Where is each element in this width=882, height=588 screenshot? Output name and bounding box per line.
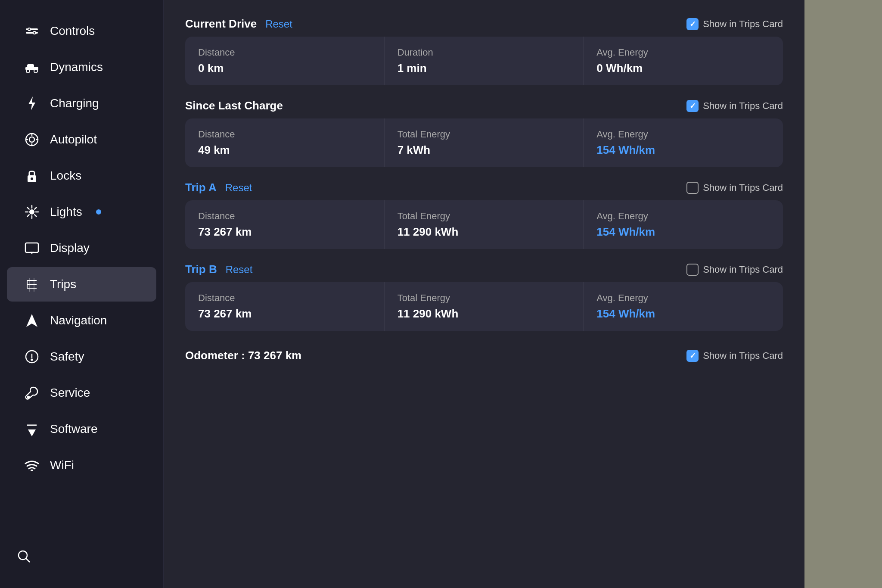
sidebar-item-lights[interactable]: Lights	[7, 195, 156, 229]
sidebar-item-navigation[interactable]: Navigation	[7, 303, 156, 338]
odometer-show-trips: Show in Trips Card	[686, 350, 783, 362]
svg-rect-7	[27, 64, 34, 68]
sidebar-label-wifi: WiFi	[50, 458, 74, 472]
odometer-label: Odometer : 73 267 km	[185, 349, 301, 362]
lights-indicator-dot	[96, 209, 101, 215]
trip-b-title: Trip B	[185, 263, 217, 276]
svg-point-19	[29, 209, 34, 215]
trip-a-distance-value: 73 267 km	[198, 225, 371, 239]
sidebar-label-controls: Controls	[50, 24, 95, 38]
svg-marker-31	[26, 314, 37, 327]
trip-b-header: Trip B Reset Show in Trips Card	[185, 263, 783, 276]
sidebar-item-trips[interactable]: Trips	[7, 267, 156, 302]
service-icon	[24, 385, 40, 401]
trip-a-total-energy-cell: Total Energy 11 290 kWh	[385, 200, 584, 249]
since-last-charge-avg-energy-label: Avg. Energy	[596, 129, 770, 140]
trip-b-distance-cell: Distance 73 267 km	[185, 282, 385, 331]
trip-a-total-energy-label: Total Energy	[398, 211, 571, 222]
since-last-charge-header: Since Last Charge Show in Trips Card	[185, 99, 783, 112]
since-last-charge-avg-energy-cell: Avg. Energy 154 Wh/km	[584, 118, 783, 167]
trip-b-distance-value: 73 267 km	[198, 307, 371, 320]
trip-a-show-trips: Show in Trips Card	[686, 182, 783, 194]
since-last-charge-checkbox[interactable]	[686, 100, 699, 112]
current-drive-checkbox[interactable]	[686, 18, 699, 30]
trip-b-total-energy-cell: Total Energy 11 290 kWh	[385, 282, 584, 331]
svg-marker-10	[28, 96, 35, 110]
trip-a-avg-energy-cell: Avg. Energy 154 Wh/km	[584, 200, 783, 249]
controls-icon	[24, 23, 40, 39]
sidebar-item-wifi[interactable]: WiFi	[7, 448, 156, 482]
sidebar-label-navigation: Navigation	[50, 314, 107, 327]
sidebar-label-charging: Charging	[50, 96, 99, 110]
svg-point-8	[26, 69, 30, 73]
trip-a-reset-button[interactable]: Reset	[225, 182, 252, 194]
sidebar-item-locks[interactable]: Locks	[7, 159, 156, 193]
since-last-charge-card: Distance 49 km Total Energy 7 kWh Avg. E…	[185, 118, 783, 167]
wifi-icon	[24, 457, 40, 473]
lights-icon	[24, 204, 40, 220]
trip-a-checkbox[interactable]	[686, 182, 699, 194]
current-drive-distance-label: Distance	[198, 47, 371, 58]
current-drive-distance-value: 0 km	[198, 62, 371, 75]
safety-icon	[24, 349, 40, 364]
current-drive-card: Distance 0 km Duration 1 min Avg. Energy…	[185, 37, 783, 85]
current-drive-energy-cell: Avg. Energy 0 Wh/km	[584, 37, 783, 85]
trip-b-distance-label: Distance	[198, 292, 371, 304]
svg-line-25	[34, 215, 36, 216]
trip-a-title-group: Trip A Reset	[185, 181, 252, 194]
current-drive-show-trips-label: Show in Trips Card	[703, 19, 783, 30]
odometer-checkbox[interactable]	[686, 350, 699, 362]
trip-a-distance-label: Distance	[198, 211, 371, 222]
sidebar-item-charging[interactable]: Charging	[7, 86, 156, 121]
current-drive-distance-cell: Distance 0 km	[185, 37, 385, 85]
svg-point-9	[34, 69, 37, 73]
odometer-show-trips-label: Show in Trips Card	[703, 350, 783, 361]
trip-b-reset-button[interactable]: Reset	[226, 264, 253, 276]
trip-a-header: Trip A Reset Show in Trips Card	[185, 181, 783, 194]
trip-a-distance-cell: Distance 73 267 km	[185, 200, 385, 249]
svg-point-38	[31, 470, 33, 471]
current-drive-energy-value: 0 Wh/km	[596, 62, 770, 75]
svg-point-12	[29, 137, 34, 142]
sidebar-item-display[interactable]: Display	[7, 231, 156, 265]
sidebar-item-safety[interactable]: Safety	[7, 339, 156, 374]
current-drive-header: Current Drive Reset Show in Trips Card	[185, 17, 783, 31]
current-drive-reset-button[interactable]: Reset	[265, 18, 292, 30]
sidebar-item-controls[interactable]: Controls	[7, 14, 156, 48]
trip-b-show-trips: Show in Trips Card	[686, 264, 783, 276]
svg-marker-37	[28, 429, 36, 436]
since-last-charge-distance-label: Distance	[198, 129, 371, 140]
svg-rect-28	[25, 243, 38, 252]
trip-b-checkbox[interactable]	[686, 264, 699, 276]
software-icon	[24, 421, 40, 437]
svg-line-24	[28, 208, 29, 209]
sidebar-item-dynamics[interactable]: Dynamics	[7, 50, 156, 84]
current-drive-energy-label: Avg. Energy	[596, 47, 770, 58]
sidebar-item-autopilot[interactable]: Autopilot	[7, 122, 156, 157]
sidebar-label-autopilot: Autopilot	[50, 133, 97, 146]
sidebar-label-safety: Safety	[50, 350, 84, 364]
current-drive-duration-value: 1 min	[398, 62, 571, 75]
since-last-charge-total-energy-value: 7 kWh	[398, 143, 571, 157]
svg-point-18	[31, 177, 33, 180]
trip-a-card: Distance 73 267 km Total Energy 11 290 k…	[185, 200, 783, 249]
trip-b-section: Trip B Reset Show in Trips Card Distance…	[185, 263, 783, 331]
since-last-charge-energy-cell: Total Energy 7 kWh	[385, 118, 584, 167]
trip-b-avg-energy-label: Avg. Energy	[596, 292, 770, 304]
dynamics-icon	[24, 59, 40, 75]
locks-icon	[24, 168, 40, 184]
trip-a-total-energy-value: 11 290 kWh	[398, 225, 571, 239]
charging-icon	[24, 96, 40, 111]
autopilot-icon	[24, 132, 40, 147]
svg-point-35	[28, 396, 29, 398]
sidebar-label-display: Display	[50, 241, 90, 255]
sidebar-label-service: Service	[50, 386, 90, 400]
trip-b-avg-energy-value: 154 Wh/km	[596, 307, 770, 320]
navigation-icon	[24, 313, 40, 328]
since-last-charge-distance-cell: Distance 49 km	[185, 118, 385, 167]
sidebar-item-software[interactable]: Software	[7, 412, 156, 446]
search-icon[interactable]	[17, 550, 31, 566]
sidebar-item-service[interactable]: Service	[7, 376, 156, 410]
trip-b-avg-energy-cell: Avg. Energy 154 Wh/km	[584, 282, 783, 331]
search-area	[0, 541, 163, 575]
